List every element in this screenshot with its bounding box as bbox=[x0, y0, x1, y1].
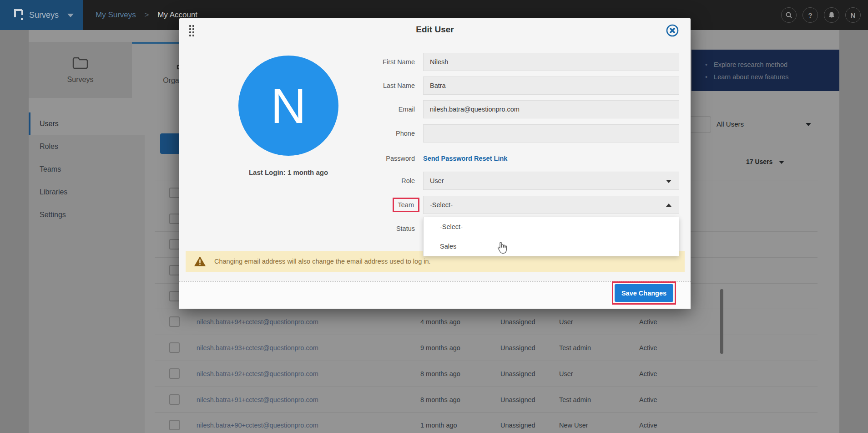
notifications-button[interactable] bbox=[824, 7, 839, 23]
modal-title: Edit User bbox=[179, 25, 691, 35]
warning-text: Changing email address will also change … bbox=[214, 258, 431, 265]
role-field[interactable]: User bbox=[423, 172, 679, 190]
team-annotation-box: Team bbox=[393, 198, 419, 212]
form-row-password: PasswordSend Password Reset Link bbox=[179, 149, 691, 168]
email-field[interactable]: nilesh.batra@questionpro.com bbox=[423, 100, 679, 118]
breadcrumb-my-surveys[interactable]: My Surveys bbox=[96, 10, 136, 19]
modal-footer: Save Changes bbox=[179, 281, 691, 309]
edit-user-modal: Edit User N Last Login: 1 month ago Firs… bbox=[179, 18, 691, 309]
dropdown-option-sales[interactable]: Sales bbox=[424, 237, 679, 256]
mouse-cursor-icon bbox=[497, 241, 508, 256]
avatar: N bbox=[851, 11, 856, 19]
phone-field[interactable] bbox=[423, 124, 679, 143]
product-switcher[interactable]: Surveys bbox=[29, 0, 59, 30]
dropdown-option-select[interactable]: -Select- bbox=[424, 217, 679, 237]
warning-icon bbox=[194, 256, 206, 267]
last-name-field[interactable]: Batra bbox=[423, 76, 679, 95]
form-row-role: RoleUser bbox=[179, 172, 691, 190]
first-name-field[interactable]: Nilesh bbox=[423, 53, 679, 71]
form-row-email: Emailnilesh.batra@questionpro.com bbox=[179, 100, 691, 118]
field-label: Role bbox=[316, 172, 415, 190]
field-label: Email bbox=[316, 100, 415, 118]
form-row-phone: Phone bbox=[179, 124, 691, 143]
chevron-down-icon bbox=[666, 180, 671, 183]
help-icon: ? bbox=[808, 11, 812, 19]
user-avatar-button[interactable]: N bbox=[845, 7, 861, 23]
search-button[interactable] bbox=[781, 7, 797, 23]
bell-icon bbox=[828, 11, 835, 19]
field-label: Status bbox=[316, 219, 415, 238]
chevron-down-icon bbox=[67, 14, 74, 17]
team-field[interactable]: -Select- bbox=[423, 196, 679, 214]
field-label: Password bbox=[316, 149, 415, 168]
search-icon bbox=[785, 11, 792, 19]
field-label: Phone bbox=[316, 124, 415, 143]
breadcrumb-separator: > bbox=[145, 10, 149, 19]
team-dropdown-panel: -Select-Sales bbox=[423, 217, 679, 256]
save-annotation-box: Save Changes bbox=[612, 281, 676, 305]
close-icon bbox=[665, 23, 680, 38]
field-label: First Name bbox=[316, 53, 415, 71]
chevron-up-icon bbox=[666, 204, 671, 207]
close-button[interactable] bbox=[665, 23, 680, 38]
logo-block[interactable]: Surveys bbox=[0, 0, 83, 30]
questionpro-logo-icon bbox=[13, 8, 25, 24]
save-changes-button[interactable]: Save Changes bbox=[615, 284, 673, 302]
form-row-last-name: Last NameBatra bbox=[179, 76, 691, 95]
form-row-team: Team-Select- bbox=[179, 196, 691, 214]
field-label: Last Name bbox=[316, 76, 415, 95]
send-password-reset-link[interactable]: Send Password Reset Link bbox=[423, 149, 507, 168]
form-row-first-name: First NameNilesh bbox=[179, 53, 691, 71]
field-label: Team bbox=[316, 196, 415, 214]
help-button[interactable]: ? bbox=[802, 7, 818, 23]
